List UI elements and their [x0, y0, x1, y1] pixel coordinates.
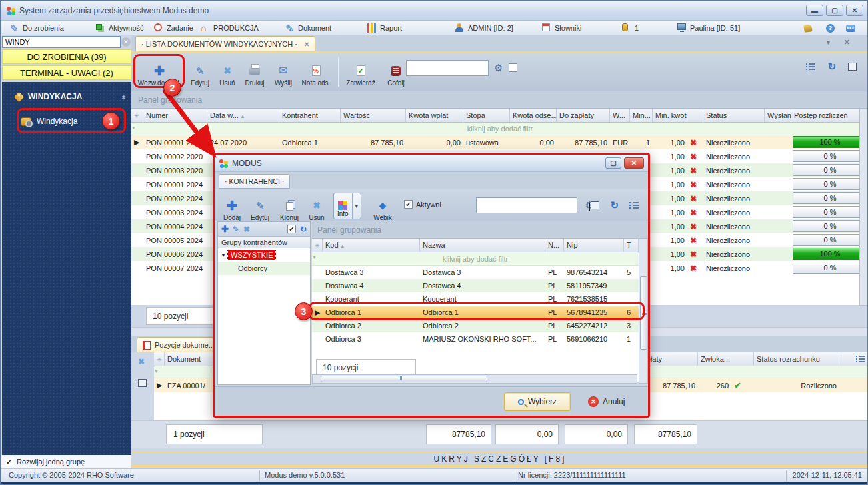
table-row[interactable]: ▶ PON 00001 2020 24.07.2020 Odbiorca 1 8… — [131, 135, 868, 149]
minimize-button[interactable]: ▬ — [806, 5, 823, 16]
field-chooser-icon[interactable] — [806, 63, 815, 71]
col-n[interactable]: N... — [545, 239, 564, 252]
tab-lista-dokumentow[interactable]: · LISTA DOKUMENTÓW WINDYKACYJNYCH ·✕ — [135, 36, 315, 51]
expand-one-group-checkbox[interactable]: ✔ — [5, 458, 13, 466]
col-wartosc[interactable]: Wartość — [341, 109, 406, 122]
approve-button[interactable]: ✔Zatwierdź — [342, 56, 379, 89]
cancel-button[interactable]: ✕ Anuluj — [588, 394, 625, 410]
filter-gear-icon[interactable]: ⚙ — [494, 63, 503, 73]
dialog-close-button[interactable]: ✕ — [624, 157, 644, 169]
menu-produkcja[interactable]: ⌂PRODUKCJA — [201, 22, 259, 34]
collapse-chevron-icon[interactable]: « — [120, 95, 129, 99]
info-dropdown-icon[interactable]: ▼ — [352, 193, 361, 219]
feedback-icon[interactable]: ••• — [846, 22, 855, 34]
dialog-layout-icon[interactable] — [591, 201, 599, 209]
tab-pozycje-dokumentu[interactable]: Pozycje dokume... — [137, 337, 221, 352]
info-split-button[interactable]: Info ▼ — [333, 193, 361, 219]
contractor-row-selected[interactable]: ▶Odbiorca 1Odbiorca 1PL56789412356 — [312, 306, 639, 319]
menu-user[interactable]: Paulina [ID: 51] — [677, 22, 740, 34]
expander-icon[interactable]: ▼ — [221, 252, 226, 258]
col-t[interactable]: T — [624, 239, 639, 252]
menu-slowniki[interactable]: Słowniki — [542, 22, 581, 34]
tree-item-odbiorcy[interactable]: Odbiorcy — [218, 262, 310, 275]
theme-icon[interactable] — [804, 22, 812, 34]
layout-icon[interactable] — [848, 63, 857, 71]
menu-dokument[interactable]: ✎Dokument — [285, 22, 331, 34]
send-button[interactable]: ✉Wyślij — [270, 56, 297, 89]
add-group-icon[interactable]: ✚ — [221, 225, 229, 233]
contractor-row[interactable]: KooperantKooperantPL7621538515 — [312, 292, 639, 306]
clear-search-icon[interactable]: ✕ — [121, 37, 131, 47]
contractor-row[interactable]: Odbiorca 3MARIUSZ OKOŃSKI RHO SOFT...PL5… — [312, 332, 639, 346]
col-data[interactable]: Data w... — [207, 109, 279, 122]
contractor-row[interactable]: Dostawca 3Dostawca 3PL98765432145 — [312, 266, 639, 279]
col-min[interactable]: Min... — [630, 109, 653, 122]
sidebar-group-windykacja[interactable]: WINDYKACJA « — [7, 89, 126, 105]
col-min-kwota[interactable]: Min. kwota — [653, 109, 687, 122]
col-waluta[interactable]: W... — [610, 109, 630, 122]
remove-position-icon[interactable]: ✖ — [138, 358, 145, 366]
menu-counter[interactable]: 1 — [622, 22, 639, 34]
tree-item-wszystkie[interactable]: ▼ WSZYSTKIE — [218, 248, 310, 262]
edit-group-icon[interactable]: ✎ — [233, 225, 239, 233]
dialog-edit-button[interactable]: ✎Edytuj — [247, 191, 273, 223]
nota-button[interactable]: %Nota ods. — [298, 56, 334, 89]
sidebar-terminal-button[interactable]: TERMINAL - UWAGI (2) — [2, 65, 131, 80]
sidebar-todo-button[interactable]: DO ZROBIENIA (39) — [2, 49, 131, 64]
close-tab-icon[interactable]: ✕ — [304, 41, 309, 48]
menu-raport[interactable]: Raport — [367, 22, 402, 34]
contractor-row[interactable]: Dostawca 4Dostawca 4PL5811957349 — [312, 279, 639, 292]
details-field-chooser-icon[interactable] — [856, 355, 865, 363]
refresh-icon[interactable]: ↻ — [827, 61, 836, 71]
menu-zadanie[interactable]: Zadanie — [154, 22, 193, 34]
grid-corner-icon[interactable] — [131, 109, 143, 122]
sidebar-search-input[interactable] — [2, 36, 121, 48]
contractor-row[interactable]: Odbiorca 2Odbiorca 2PL64522742123 — [312, 319, 639, 332]
dialog-add-button[interactable]: ✚Dodaj — [219, 191, 245, 223]
dialog-filter-row[interactable]: kliknij aby dodać filtr — [312, 252, 639, 266]
dialog-grouping-panel[interactable]: Panel grupowania — [312, 221, 648, 239]
dialog-restore-button[interactable]: ▢ — [605, 157, 621, 169]
menu-aktywnosc[interactable]: Aktywność — [96, 22, 144, 34]
col-kwota-wplat[interactable]: Kwota wpłat — [406, 109, 463, 122]
dialog-delete-button[interactable]: ✖Usuń — [305, 191, 328, 223]
aktywni-checkbox[interactable]: ✔ — [404, 200, 413, 209]
details-layout-icon[interactable] — [138, 379, 147, 387]
dialog-refresh-icon[interactable]: ↻ — [610, 200, 619, 210]
webik-button[interactable]: ◆Webik — [369, 191, 396, 223]
tab-kontrahenci[interactable]: · KONTRAHENCI · — [219, 174, 290, 189]
dialog-clone-button[interactable]: Klonuj — [276, 191, 303, 223]
dialog-search-input[interactable] — [476, 197, 577, 213]
groups-refresh-icon[interactable]: ↻ — [300, 225, 307, 233]
help-icon[interactable]: ? — [826, 22, 835, 34]
delete-button[interactable]: ✖Usuń — [215, 56, 239, 89]
menu-do-zrobienia[interactable]: ✎Do zrobienia — [10, 22, 64, 34]
col-wyslano[interactable]: Wysłano — [765, 109, 791, 122]
col-flag[interactable] — [687, 109, 703, 122]
col-numer[interactable]: Numer — [143, 109, 207, 122]
edit-button[interactable]: ✎Edytuj — [186, 56, 214, 89]
select-button[interactable]: Wybierz — [504, 392, 571, 411]
hide-details-bar[interactable]: UKRYJ SZCZEGÓŁY [F8] — [131, 451, 868, 467]
maximize-button[interactable]: ▢ — [826, 5, 843, 16]
col-status-rozrachunku[interactable]: Status rozrachunku — [754, 352, 839, 366]
col-zwloka[interactable]: Zwłoka... — [698, 352, 754, 366]
print-button[interactable]: Drukuj — [241, 56, 269, 89]
close-all-tabs-icon[interactable]: ✕ — [844, 38, 850, 47]
col-nip[interactable]: Nip — [564, 239, 624, 252]
dialog-field-chooser-icon[interactable] — [629, 201, 639, 209]
grid-vertical-scrollbar[interactable] — [859, 109, 868, 306]
menu-admin[interactable]: ADMIN [ID: 2] — [455, 22, 513, 34]
col-status[interactable]: Status — [703, 109, 765, 122]
dialog-horizontal-scrollbar[interactable] — [312, 374, 637, 384]
dialog-vertical-scrollbar[interactable] — [639, 239, 648, 384]
col-nazwa[interactable]: Nazwa — [420, 239, 545, 252]
col-kontrahent[interactable]: Kontrahent — [279, 109, 341, 122]
col-postep[interactable]: Postęp rozliczeń — [791, 109, 868, 122]
col-kod[interactable]: Kod — [323, 239, 420, 252]
col-do-zaplaty[interactable]: Do zapłaty — [557, 109, 610, 122]
col-stopa[interactable]: Stopa — [463, 109, 510, 122]
quick-search-input[interactable] — [406, 60, 489, 76]
filter-row[interactable]: kliknij aby dodać filtr — [131, 123, 868, 135]
dialog-title-bar[interactable]: MODUS ▢ ✕ — [215, 155, 648, 172]
